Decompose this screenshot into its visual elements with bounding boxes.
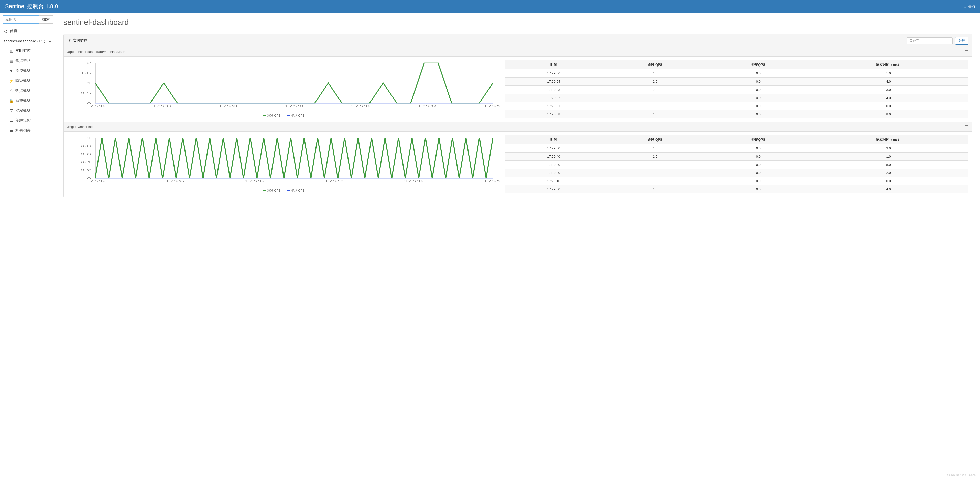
nav-auth-rule[interactable]: ☑授权规则 (0, 106, 56, 116)
chart-legend: 通过 QPS 拒绝 QPS (67, 189, 500, 193)
nav-home[interactable]: ◔ 首页 (0, 26, 56, 36)
table-row: 17:29:201.00.02.0 (505, 169, 968, 177)
nav-home-label: 首页 (10, 29, 18, 33)
table-row: 17:29:021.00.04.0 (505, 94, 968, 102)
table-row: 17:29:042.00.04.0 (505, 78, 968, 86)
svg-text:17:27: 17:27 (324, 179, 344, 182)
fire-icon: ♨ (9, 89, 13, 93)
svg-text:2: 2 (87, 61, 91, 64)
card-title: /registry/machine (67, 125, 92, 129)
svg-text:17:25: 17:25 (86, 179, 105, 182)
nav-item-label: 降级规则 (15, 78, 31, 83)
table-row: 17:29:401.00.01.0 (505, 153, 968, 161)
table-row: 17:29:301.00.05.0 (505, 161, 968, 169)
bolt-icon: ⚡ (9, 78, 13, 83)
metric-table: 时间 通过 QPS 拒绝QPS 响应时间（ms） 17:29:501.00.03… (505, 135, 969, 193)
nav-cluster-flow[interactable]: ☁集群流控 (0, 116, 56, 126)
svg-text:0.4: 0.4 (80, 161, 91, 164)
svg-text:17:26: 17:26 (245, 179, 264, 182)
svg-text:1: 1 (87, 136, 91, 139)
nav-item-label: 实时监控 (15, 48, 31, 53)
brand-title: Sentinel 控制台 1.8.0 (5, 3, 58, 10)
card-header: /app/sentinel-dashboard/machines.json (64, 47, 972, 57)
logout-link[interactable]: 注销 (963, 4, 975, 9)
table-row: 17:29:061.00.01.0 (505, 69, 968, 78)
col-reject: 拒绝QPS (708, 135, 809, 144)
nav-degrade-rule[interactable]: ⚡降级规则 (0, 76, 56, 86)
svg-text:17:28: 17:28 (86, 104, 105, 107)
col-rt: 响应时间（ms） (809, 61, 969, 69)
nav-item-label: 热点规则 (15, 88, 31, 93)
page-title: sentinel-dashboard (64, 18, 972, 27)
card-title: /app/sentinel-dashboard/machines.json (67, 50, 125, 54)
main-content: sentinel-dashboard 实时监控 升序 /app/sentinel… (56, 13, 980, 478)
logout-icon (963, 4, 967, 9)
nav-app-name: sentinel-dashboard (1/1) (3, 39, 45, 43)
nav-realtime[interactable]: ▥实时监控 (0, 46, 56, 56)
nav-item-label: 机器列表 (15, 128, 31, 133)
col-time: 时间 (505, 61, 602, 69)
cards-container: /app/sentinel-dashboard/machines.json 00… (64, 47, 972, 197)
nav-system-rule[interactable]: 🔒系统规则 (0, 96, 56, 106)
nav-app-header[interactable]: sentinel-dashboard (1/1) ⌄ (0, 36, 56, 46)
hamburger-icon[interactable] (965, 50, 969, 54)
dashboard-icon: ◔ (3, 29, 8, 33)
logout-label: 注销 (968, 4, 975, 9)
sidebar: 搜索 ◔ 首页 sentinel-dashboard (1/1) ⌄ ▥实时监控… (0, 13, 56, 478)
svg-text:0.2: 0.2 (80, 168, 91, 172)
table-row: 17:29:011.00.00.0 (505, 102, 968, 110)
server-icon: ≣ (9, 129, 13, 133)
svg-text:17:29: 17:29 (484, 104, 500, 107)
cloud-icon: ☁ (9, 118, 13, 123)
nav-hotspot-rule[interactable]: ♨热点规则 (0, 86, 56, 96)
svg-text:1.5: 1.5 (80, 72, 91, 75)
svg-text:0.8: 0.8 (80, 144, 91, 148)
table-row: 17:28:581.00.08.0 (505, 110, 968, 118)
app-search: 搜索 (0, 13, 56, 26)
nav: ◔ 首页 sentinel-dashboard (1/1) ⌄ ▥实时监控 ▤簇… (0, 26, 56, 135)
svg-text:0.5: 0.5 (80, 91, 91, 95)
topbar: Sentinel 控制台 1.8.0 注销 (0, 0, 980, 13)
panel-title: 实时监控 (73, 38, 87, 43)
panel-header: 实时监控 升序 (64, 34, 972, 47)
table-row: 17:29:032.00.03.0 (505, 86, 968, 94)
lock-icon: 🔒 (9, 99, 13, 103)
col-pass: 通过 QPS (602, 61, 708, 69)
nav-item-label: 授权规则 (15, 108, 31, 113)
nav-item-label: 簇点链路 (15, 58, 31, 63)
app-search-button[interactable]: 搜索 (40, 15, 53, 24)
nav-item-label: 集群流控 (15, 118, 31, 123)
chart: 00.511.5217:2817:2817:2817:2817:2817:291… (67, 60, 500, 118)
col-rt: 响应时间（ms） (809, 135, 969, 144)
check-circle-icon: ☑ (9, 108, 13, 113)
chart: 00.20.40.60.8117:2517:2517:2617:2717:281… (67, 135, 500, 193)
svg-text:0.6: 0.6 (80, 152, 91, 156)
filter-icon: ▼ (9, 69, 13, 73)
svg-text:17:25: 17:25 (165, 179, 184, 182)
nav-machines[interactable]: ≣机器列表 (0, 126, 56, 135)
metric-card: /app/sentinel-dashboard/machines.json 00… (64, 47, 972, 122)
hamburger-icon[interactable] (965, 125, 969, 129)
table-row: 17:29:001.00.04.0 (505, 185, 968, 193)
svg-text:17:28: 17:28 (404, 179, 423, 182)
monitor-panel: 实时监控 升序 /app/sentinel-dashboard/machines… (64, 34, 972, 197)
nav-flow-rule[interactable]: ▼流控规则 (0, 66, 56, 76)
svg-text:17:29: 17:29 (417, 104, 436, 107)
nav-cluster-node[interactable]: ▤簇点链路 (0, 56, 56, 66)
table-row: 17:29:101.00.00.0 (505, 177, 968, 185)
metric-table: 时间 通过 QPS 拒绝QPS 响应时间（ms） 17:29:061.00.01… (505, 60, 969, 118)
svg-text:17:28: 17:28 (351, 104, 370, 107)
svg-text:17:29: 17:29 (484, 179, 500, 182)
chart-bar-icon: ▥ (9, 49, 13, 53)
watermark: CSDN @「Jack_Chen」 (947, 473, 978, 477)
keyword-input[interactable] (907, 37, 953, 44)
col-time: 时间 (505, 135, 602, 144)
svg-text:1: 1 (87, 81, 91, 85)
sort-button[interactable]: 升序 (955, 37, 969, 45)
svg-text:17:28: 17:28 (285, 104, 304, 107)
col-reject: 拒绝QPS (708, 61, 809, 69)
svg-text:17:28: 17:28 (152, 104, 171, 107)
app-search-input[interactable] (3, 15, 40, 24)
chevron-down-icon: ⌄ (48, 39, 52, 43)
nav-item-label: 系统规则 (15, 98, 31, 103)
